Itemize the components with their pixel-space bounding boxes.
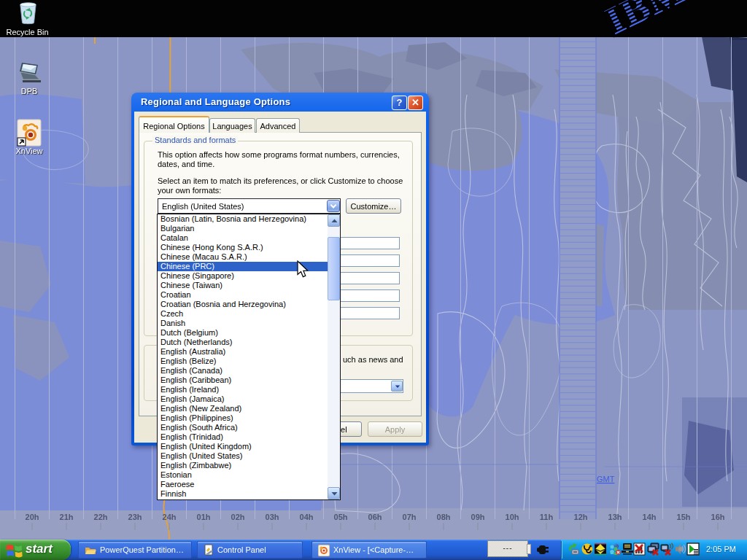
- svg-text:15h: 15h: [677, 513, 691, 521]
- svg-text:03h: 03h: [266, 513, 279, 521]
- svg-text:01h: 01h: [197, 513, 211, 521]
- svg-text:13h: 13h: [608, 513, 622, 521]
- svg-text:12h: 12h: [574, 513, 588, 521]
- svg-text:11h: 11h: [540, 513, 554, 521]
- svg-text:23h: 23h: [128, 513, 142, 521]
- svg-text:07h: 07h: [403, 513, 417, 521]
- svg-text:06h: 06h: [368, 513, 382, 521]
- svg-text:08h: 08h: [437, 513, 451, 521]
- svg-text:22h: 22h: [94, 513, 108, 521]
- svg-text:21h: 21h: [60, 513, 74, 521]
- svg-text:10h: 10h: [506, 513, 519, 521]
- svg-text:GMT: GMT: [597, 475, 615, 483]
- svg-text:04h: 04h: [300, 513, 314, 521]
- svg-text:09h: 09h: [471, 513, 485, 521]
- svg-text:20h: 20h: [26, 513, 39, 521]
- svg-text:14h: 14h: [643, 513, 657, 521]
- svg-text:24h: 24h: [163, 513, 177, 521]
- svg-text:16h: 16h: [711, 513, 725, 521]
- svg-text:02h: 02h: [231, 513, 245, 521]
- svg-text:05h: 05h: [334, 513, 348, 521]
